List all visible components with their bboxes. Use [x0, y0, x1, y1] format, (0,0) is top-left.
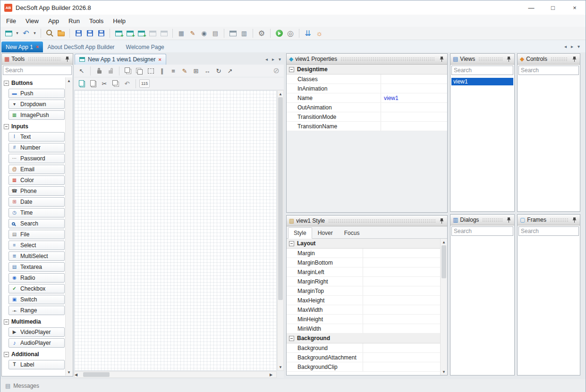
tool-email[interactable]: @ Email [8, 165, 65, 174]
close-all-button[interactable] [159, 28, 169, 39]
style-value[interactable] [363, 249, 440, 258]
scroll-up-icon[interactable]: ▲ [279, 91, 282, 97]
bring-to-front-button[interactable] [123, 66, 133, 76]
style-value[interactable] [363, 267, 440, 276]
property-row[interactable]: TransitionMode [287, 112, 447, 122]
save-button[interactable] [73, 28, 84, 39]
run-app-button[interactable] [274, 28, 284, 39]
edit-style-button[interactable]: ✎ [179, 66, 190, 76]
close-tab-icon[interactable]: × [36, 44, 39, 50]
style-value[interactable] [363, 315, 440, 324]
tab-scroll-right-button[interactable]: ▸ [571, 44, 573, 49]
tool-radio[interactable]: ◉ Radio [8, 273, 65, 283]
menu-file[interactable]: File [1, 16, 21, 26]
new-dialog-button[interactable] [125, 28, 135, 39]
pin-icon[interactable] [64, 56, 70, 63]
design-canvas[interactable] [74, 90, 277, 371]
style-row[interactable]: BackgroundClip [287, 362, 440, 372]
tools-section-multimedia[interactable]: Multimedia [3, 317, 65, 326]
save-as-button[interactable] [85, 28, 95, 39]
resize-control-button[interactable]: ↔ [202, 66, 212, 76]
save-all-button[interactable] [96, 28, 106, 39]
report-bug-button[interactable]: ☼ [314, 28, 324, 39]
tool-range[interactable]: –●– Range [8, 306, 65, 315]
tool-checkbox[interactable]: ✓ Checkbox [8, 284, 65, 293]
style-row[interactable]: MarginLeft [287, 267, 440, 277]
scrollbar-thumb[interactable] [83, 372, 110, 377]
scroll-right-icon[interactable]: ▶ [270, 371, 276, 378]
property-row[interactable]: TransitionName [287, 122, 447, 131]
style-row[interactable]: MarginRight [287, 277, 440, 286]
close-button[interactable]: × [564, 0, 586, 15]
style-row[interactable]: MinHeight [287, 315, 440, 324]
new-view-button[interactable] [113, 28, 124, 39]
tab-scroll-left-button[interactable]: ◂ [564, 44, 567, 49]
tool-phone[interactable]: ☎ Phone [8, 186, 65, 196]
designer-tab-view1[interactable]: New App 1 view1 Designer × [75, 54, 166, 65]
property-value[interactable] [381, 84, 447, 93]
app-options-button[interactable] [228, 28, 238, 39]
dialogs-search-input[interactable] [451, 226, 513, 236]
send-to-back-button[interactable] [134, 66, 144, 76]
undo-history-button[interactable]: ↶ [21, 28, 31, 39]
collapse-icon[interactable] [4, 319, 9, 325]
notes-button[interactable]: ▤ [210, 28, 221, 39]
scroll-down-icon[interactable]: ▼ [279, 364, 282, 370]
controls-search-input[interactable] [518, 66, 579, 75]
pin-icon[interactable] [571, 56, 578, 63]
tool-multiselect[interactable]: ≣ MultiSelect [8, 251, 65, 261]
designer-tab-scroll-right-button[interactable]: ▸ [272, 57, 274, 62]
scroll-up-icon[interactable]: ▲ [67, 77, 71, 84]
style-scrollbar[interactable]: ▲ ▼ [440, 239, 447, 375]
style-section-layout[interactable]: Layout [287, 239, 440, 249]
align-vertical-button[interactable]: ≡ [168, 66, 178, 76]
tools-scrollbar[interactable]: ▲ ▼ [65, 77, 72, 375]
tab-focus[interactable]: Focus [339, 227, 365, 239]
collapse-icon[interactable] [289, 67, 294, 72]
run-options-button[interactable]: ◎ [285, 28, 296, 39]
environment-options-button[interactable]: ⚙ [256, 28, 267, 39]
style-row[interactable]: Margin [287, 249, 440, 258]
scrollbar-thumb[interactable] [442, 245, 446, 278]
view-list-item-view1[interactable]: view1 [451, 78, 513, 85]
tool-switch[interactable]: ▣ Switch [8, 295, 65, 304]
style-value[interactable] [363, 258, 440, 267]
style-section-background[interactable]: Background [287, 334, 440, 343]
export-view-button[interactable]: ↗ [225, 66, 235, 76]
tools-section-additional[interactable]: Additional [3, 349, 65, 359]
style-value[interactable] [363, 277, 440, 286]
tool-imagepush[interactable]: ▦ ImagePush [8, 110, 65, 120]
style-value[interactable] [363, 286, 440, 295]
designer-tab-scroll-left-button[interactable]: ◂ [265, 57, 268, 62]
tool-videoplayer[interactable]: ▶ VideoPlayer [8, 327, 65, 337]
properties-section-designtime[interactable]: Designtime [287, 65, 447, 75]
unlock-controls-button[interactable] [105, 66, 116, 76]
new-app-menu-caret[interactable]: ▾ [15, 28, 20, 39]
frames-search-input[interactable] [518, 226, 579, 236]
scrollbar-thumb[interactable] [278, 97, 283, 300]
pointer-tool-button[interactable]: ↖ [76, 66, 87, 76]
tool-select[interactable]: ≡ Select [8, 241, 65, 250]
snap-to-grid-button[interactable]: ⊞ [191, 66, 201, 76]
new-app-button[interactable] [3, 28, 14, 39]
align-horizontal-button[interactable]: ∥ [157, 66, 167, 76]
property-value[interactable]: view1 [381, 93, 447, 102]
tool-audioplayer[interactable]: ♪ AudioPlayer [8, 338, 65, 348]
edit-files-button[interactable]: ✎ [187, 28, 198, 39]
style-value[interactable] [363, 353, 440, 362]
pin-icon[interactable] [506, 56, 512, 63]
style-value[interactable] [363, 343, 440, 352]
messages-label[interactable]: Messages [13, 383, 39, 389]
menu-tools[interactable]: Tools [85, 16, 108, 26]
media-button[interactable]: ◉ [199, 28, 209, 39]
tool-color[interactable]: ▦ Color [8, 175, 65, 185]
pin-icon[interactable] [506, 217, 512, 224]
pin-icon[interactable] [439, 56, 445, 63]
duplicate-button[interactable] [110, 78, 121, 89]
copy-button[interactable] [88, 78, 98, 89]
tab-about-decsoft[interactable]: About DecSoft App Builder [43, 42, 121, 52]
tool-text[interactable]: I Text [8, 132, 65, 142]
collapse-icon[interactable] [4, 81, 9, 86]
tool-password[interactable]: ⋯ Password [8, 154, 65, 163]
tool-number[interactable]: # Number [8, 143, 65, 152]
